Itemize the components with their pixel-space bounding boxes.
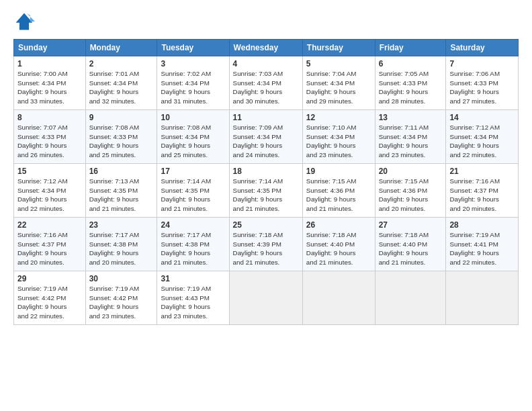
day-number: 18 <box>233 167 299 176</box>
calendar-cell: 27Sunrise: 7:18 AM Sunset: 4:40 PM Dayli… <box>375 218 446 271</box>
calendar-cell: 23Sunrise: 7:17 AM Sunset: 4:38 PM Dayli… <box>85 218 157 271</box>
day-info: Sunrise: 7:18 AM Sunset: 4:39 PM Dayligh… <box>233 230 299 267</box>
calendar-cell: 29Sunrise: 7:19 AM Sunset: 4:42 PM Dayli… <box>14 271 86 325</box>
calendar-header-tuesday: Tuesday <box>157 40 229 56</box>
day-number: 3 <box>161 59 225 68</box>
day-number: 4 <box>233 59 299 68</box>
calendar-cell: 1Sunrise: 7:00 AM Sunset: 4:34 PM Daylig… <box>14 56 86 110</box>
day-number: 27 <box>379 220 443 230</box>
day-info: Sunrise: 7:10 AM Sunset: 4:34 PM Dayligh… <box>306 123 371 160</box>
day-number: 20 <box>379 167 443 176</box>
day-info: Sunrise: 7:19 AM Sunset: 4:42 PM Dayligh… <box>89 284 154 321</box>
calendar-cell: 25Sunrise: 7:18 AM Sunset: 4:39 PM Dayli… <box>229 218 302 271</box>
day-info: Sunrise: 7:16 AM Sunset: 4:37 PM Dayligh… <box>449 177 515 214</box>
calendar-cell: 2Sunrise: 7:01 AM Sunset: 4:34 PM Daylig… <box>85 56 157 110</box>
day-number: 2 <box>89 59 154 68</box>
day-info: Sunrise: 7:09 AM Sunset: 4:34 PM Dayligh… <box>233 123 299 160</box>
day-number: 13 <box>379 113 443 122</box>
calendar-cell: 9Sunrise: 7:08 AM Sunset: 4:33 PM Daylig… <box>85 110 157 164</box>
calendar-cell: 26Sunrise: 7:18 AM Sunset: 4:40 PM Dayli… <box>302 218 375 271</box>
calendar-header-monday: Monday <box>85 40 157 56</box>
calendar-header-saturday: Saturday <box>446 40 519 56</box>
calendar-cell: 11Sunrise: 7:09 AM Sunset: 4:34 PM Dayli… <box>229 110 302 164</box>
calendar-header-friday: Friday <box>375 40 446 56</box>
calendar-cell: 3Sunrise: 7:02 AM Sunset: 4:34 PM Daylig… <box>157 56 229 110</box>
day-info: Sunrise: 7:18 AM Sunset: 4:40 PM Dayligh… <box>306 230 371 267</box>
calendar-week-row: 15Sunrise: 7:12 AM Sunset: 4:34 PM Dayli… <box>14 164 519 218</box>
day-number: 26 <box>306 220 371 230</box>
calendar-week-row: 22Sunrise: 7:16 AM Sunset: 4:37 PM Dayli… <box>14 218 519 271</box>
calendar-cell: 21Sunrise: 7:16 AM Sunset: 4:37 PM Dayli… <box>446 164 519 218</box>
calendar-week-row: 1Sunrise: 7:00 AM Sunset: 4:34 PM Daylig… <box>14 56 519 110</box>
calendar-cell: 7Sunrise: 7:06 AM Sunset: 4:33 PM Daylig… <box>446 56 519 110</box>
day-info: Sunrise: 7:17 AM Sunset: 4:38 PM Dayligh… <box>161 230 225 267</box>
day-info: Sunrise: 7:08 AM Sunset: 4:34 PM Dayligh… <box>161 123 225 160</box>
day-number: 1 <box>17 59 82 68</box>
day-info: Sunrise: 7:19 AM Sunset: 4:42 PM Dayligh… <box>17 284 82 321</box>
calendar-cell: 13Sunrise: 7:11 AM Sunset: 4:34 PM Dayli… <box>375 110 446 164</box>
calendar-cell: 19Sunrise: 7:15 AM Sunset: 4:36 PM Dayli… <box>302 164 375 218</box>
day-number: 31 <box>161 274 225 283</box>
calendar-cell: 6Sunrise: 7:05 AM Sunset: 4:33 PM Daylig… <box>375 56 446 110</box>
day-number: 5 <box>306 59 371 68</box>
calendar-cell: 10Sunrise: 7:08 AM Sunset: 4:34 PM Dayli… <box>157 110 229 164</box>
day-info: Sunrise: 7:15 AM Sunset: 4:36 PM Dayligh… <box>306 177 371 214</box>
day-info: Sunrise: 7:14 AM Sunset: 4:35 PM Dayligh… <box>233 177 299 214</box>
calendar-cell <box>446 271 519 325</box>
page-container: SundayMondayTuesdayWednesdayThursdayFrid… <box>0 0 532 332</box>
day-number: 10 <box>161 113 225 122</box>
calendar-cell: 4Sunrise: 7:03 AM Sunset: 4:34 PM Daylig… <box>229 56 302 110</box>
day-info: Sunrise: 7:17 AM Sunset: 4:38 PM Dayligh… <box>89 230 154 267</box>
day-info: Sunrise: 7:16 AM Sunset: 4:37 PM Dayligh… <box>17 230 82 267</box>
calendar-cell: 8Sunrise: 7:07 AM Sunset: 4:33 PM Daylig… <box>14 110 86 164</box>
day-number: 19 <box>306 167 371 176</box>
day-number: 30 <box>89 274 154 283</box>
day-number: 15 <box>17 167 82 176</box>
day-info: Sunrise: 7:18 AM Sunset: 4:40 PM Dayligh… <box>379 230 443 267</box>
day-number: 11 <box>233 113 299 122</box>
day-info: Sunrise: 7:01 AM Sunset: 4:34 PM Dayligh… <box>89 69 154 106</box>
day-info: Sunrise: 7:14 AM Sunset: 4:35 PM Dayligh… <box>161 177 225 214</box>
day-number: 14 <box>449 113 515 122</box>
day-number: 29 <box>17 274 82 283</box>
day-info: Sunrise: 7:19 AM Sunset: 4:43 PM Dayligh… <box>161 284 225 321</box>
logo-icon <box>13 11 35 32</box>
day-number: 25 <box>233 220 299 230</box>
day-number: 12 <box>306 113 371 122</box>
day-number: 6 <box>379 59 443 68</box>
calendar-cell: 28Sunrise: 7:19 AM Sunset: 4:41 PM Dayli… <box>446 218 519 271</box>
calendar-header-sunday: Sunday <box>14 40 86 56</box>
logo <box>13 11 38 32</box>
calendar-cell: 16Sunrise: 7:13 AM Sunset: 4:35 PM Dayli… <box>85 164 157 218</box>
day-info: Sunrise: 7:06 AM Sunset: 4:33 PM Dayligh… <box>449 69 515 106</box>
calendar-cell <box>375 271 446 325</box>
day-number: 23 <box>89 220 154 230</box>
day-info: Sunrise: 7:12 AM Sunset: 4:34 PM Dayligh… <box>449 123 515 160</box>
day-number: 28 <box>449 220 515 230</box>
day-info: Sunrise: 7:05 AM Sunset: 4:33 PM Dayligh… <box>379 69 443 106</box>
calendar-header-wednesday: Wednesday <box>229 40 302 56</box>
calendar-header-thursday: Thursday <box>302 40 375 56</box>
day-info: Sunrise: 7:02 AM Sunset: 4:34 PM Dayligh… <box>161 69 225 106</box>
day-number: 22 <box>17 220 82 230</box>
calendar-cell: 31Sunrise: 7:19 AM Sunset: 4:43 PM Dayli… <box>157 271 229 325</box>
day-number: 7 <box>449 59 515 68</box>
calendar-cell <box>302 271 375 325</box>
calendar-cell: 12Sunrise: 7:10 AM Sunset: 4:34 PM Dayli… <box>302 110 375 164</box>
day-info: Sunrise: 7:15 AM Sunset: 4:36 PM Dayligh… <box>379 177 443 214</box>
day-info: Sunrise: 7:11 AM Sunset: 4:34 PM Dayligh… <box>379 123 443 160</box>
calendar-cell: 14Sunrise: 7:12 AM Sunset: 4:34 PM Dayli… <box>446 110 519 164</box>
day-info: Sunrise: 7:00 AM Sunset: 4:34 PM Dayligh… <box>17 69 82 106</box>
calendar-week-row: 8Sunrise: 7:07 AM Sunset: 4:33 PM Daylig… <box>14 110 519 164</box>
day-number: 8 <box>17 113 82 122</box>
day-number: 17 <box>161 167 225 176</box>
day-info: Sunrise: 7:08 AM Sunset: 4:33 PM Dayligh… <box>89 123 154 160</box>
day-info: Sunrise: 7:07 AM Sunset: 4:33 PM Dayligh… <box>17 123 82 160</box>
day-info: Sunrise: 7:13 AM Sunset: 4:35 PM Dayligh… <box>89 177 154 214</box>
day-info: Sunrise: 7:03 AM Sunset: 4:34 PM Dayligh… <box>233 69 299 106</box>
calendar-header-row: SundayMondayTuesdayWednesdayThursdayFrid… <box>14 40 519 56</box>
day-number: 9 <box>89 113 154 122</box>
calendar-cell: 18Sunrise: 7:14 AM Sunset: 4:35 PM Dayli… <box>229 164 302 218</box>
calendar-cell: 24Sunrise: 7:17 AM Sunset: 4:38 PM Dayli… <box>157 218 229 271</box>
calendar-cell: 15Sunrise: 7:12 AM Sunset: 4:34 PM Dayli… <box>14 164 86 218</box>
